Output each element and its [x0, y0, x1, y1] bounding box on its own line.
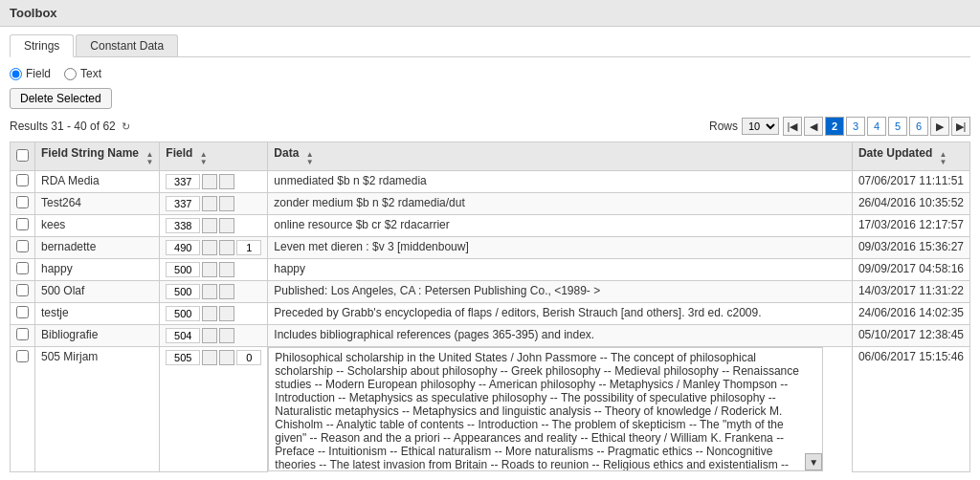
scroll-down-btn[interactable]: ▼ [805, 453, 822, 470]
table-row: 505 MirjamPhilosophical scholarship in t… [11, 347, 970, 472]
field-btn-2[interactable] [219, 196, 234, 211]
radio-field-input[interactable] [10, 68, 22, 80]
radio-group: Field Text [10, 67, 970, 80]
select-all-checkbox[interactable] [16, 149, 29, 162]
field-btn-1[interactable] [202, 350, 217, 365]
field-value-input[interactable] [166, 284, 200, 299]
field-string-name-cell: RDA Media [35, 171, 160, 193]
data-table: Field String Name ▲▼ Field ▲▼ Data ▲▼ Da… [10, 142, 970, 472]
col-header-field-string-name: Field String Name ▲▼ [35, 142, 160, 171]
date-updated-cell: 07/06/2017 11:11:51 [852, 171, 969, 193]
field-btn-2[interactable] [219, 306, 234, 321]
field-string-name-cell: Bibliografie [35, 325, 160, 347]
rows-label: Rows [709, 120, 738, 133]
field-cell [160, 325, 268, 347]
row-checkbox[interactable] [16, 262, 29, 274]
tab-strings[interactable]: Strings [10, 34, 74, 57]
radio-text-input[interactable] [64, 68, 77, 80]
field-value-input[interactable] [166, 262, 200, 277]
field-value-input[interactable] [166, 218, 200, 233]
row-checkbox[interactable] [16, 174, 29, 186]
table-row: RDA Mediaunmediated $b n $2 rdamedia07/0… [11, 171, 970, 193]
tab-constant-data[interactable]: Constant Data [76, 34, 178, 56]
field-cell [160, 281, 268, 303]
field-string-name-cell: happy [35, 259, 160, 281]
sort-data-icon[interactable]: ▲▼ [306, 151, 314, 166]
field-string-name-cell: 505 Mirjam [35, 347, 160, 472]
sort-name-icon[interactable]: ▲▼ [145, 151, 153, 166]
row-checkbox[interactable] [16, 284, 29, 296]
page-2-btn[interactable]: 2 [825, 117, 844, 136]
page-6-btn[interactable]: 6 [909, 117, 928, 136]
row-checkbox[interactable] [16, 350, 29, 362]
sort-field-icon[interactable]: ▲▼ [200, 151, 208, 166]
field-btn-1[interactable] [202, 196, 217, 211]
field-btn-1[interactable] [202, 240, 217, 255]
rows-select[interactable]: 10 25 50 [742, 118, 779, 135]
field-cell [160, 237, 268, 259]
first-page-btn[interactable]: |◀ [783, 117, 802, 136]
col-header-checkbox [11, 142, 35, 171]
date-updated-cell: 09/09/2017 04:58:16 [852, 259, 969, 281]
field-btn-2[interactable] [219, 350, 234, 365]
field-btn-1[interactable] [202, 174, 217, 189]
field-extra-input[interactable] [236, 240, 261, 255]
field-btn-2[interactable] [219, 240, 234, 255]
next-page-btn[interactable]: ▶ [930, 117, 949, 136]
field-btn-1[interactable] [202, 306, 217, 321]
field-btn-1[interactable] [202, 218, 217, 233]
field-value-input[interactable] [166, 328, 200, 343]
refresh-icon[interactable]: ↻ [122, 120, 130, 133]
field-btn-1[interactable] [202, 262, 217, 277]
radio-text-label: Text [80, 67, 101, 80]
table-row: Test264zonder medium $b n $2 rdamedia/du… [11, 193, 970, 215]
table-row: bernadetteLeven met dieren : $v 3 [midde… [11, 237, 970, 259]
field-btn-2[interactable] [219, 284, 234, 299]
field-btn-2[interactable] [219, 174, 234, 189]
field-cell [160, 347, 268, 472]
field-string-name-cell: bernadette [35, 237, 160, 259]
results-row: Results 31 - 40 of 62 ↻ Rows 10 25 50 |◀… [10, 117, 970, 136]
pagination: |◀ ◀ 2 3 4 5 6 ▶ ▶| [783, 117, 970, 136]
last-page-btn[interactable]: ▶| [951, 117, 970, 136]
field-value-input[interactable] [166, 196, 200, 211]
row-checkbox[interactable] [16, 240, 29, 252]
page-4-btn[interactable]: 4 [867, 117, 886, 136]
field-value-input[interactable] [166, 174, 200, 189]
field-extra-input[interactable] [236, 350, 261, 365]
data-cell: zonder medium $b n $2 rdamedia/dut [268, 193, 853, 215]
sort-date-icon[interactable]: ▲▼ [940, 151, 947, 166]
field-cell [160, 215, 268, 237]
field-btn-1[interactable] [202, 328, 217, 343]
field-btn-2[interactable] [219, 218, 234, 233]
field-value-input[interactable] [166, 306, 200, 321]
field-cell [160, 193, 268, 215]
row-checkbox[interactable] [16, 218, 29, 230]
field-string-name-cell: Test264 [35, 193, 160, 215]
field-btn-1[interactable] [202, 284, 217, 299]
field-value-input[interactable] [166, 240, 200, 255]
row-checkbox[interactable] [16, 328, 29, 340]
field-string-name-cell: kees [35, 215, 160, 237]
data-cell: online resource $b cr $2 rdacarrier [268, 215, 853, 237]
table-row: happyhappy09/09/2017 04:58:16 [11, 259, 970, 281]
date-updated-cell: 26/04/2016 10:35:52 [852, 193, 969, 215]
row-checkbox[interactable] [16, 196, 29, 208]
page-3-btn[interactable]: 3 [846, 117, 865, 136]
field-string-name-cell: testje [35, 303, 160, 325]
radio-field[interactable]: Field [10, 67, 51, 80]
delete-selected-button[interactable]: Delete Selected [10, 88, 112, 109]
toolbox-title: Toolbox [0, 0, 980, 27]
field-btn-2[interactable] [219, 328, 234, 343]
page-5-btn[interactable]: 5 [888, 117, 907, 136]
table-row: BibliografieIncludes bibliographical ref… [11, 325, 970, 347]
table-row: testjePreceded by Grabb's encyclopedia o… [11, 303, 970, 325]
date-updated-cell: 14/03/2017 11:31:22 [852, 281, 969, 303]
field-value-input[interactable] [166, 350, 200, 365]
col-header-date-updated: Date Updated ▲▼ [852, 142, 969, 171]
field-btn-2[interactable] [219, 262, 234, 277]
prev-page-btn[interactable]: ◀ [804, 117, 823, 136]
data-cell: Includes bibliographical references (pag… [268, 325, 853, 347]
row-checkbox[interactable] [16, 306, 29, 318]
radio-text[interactable]: Text [64, 67, 101, 80]
